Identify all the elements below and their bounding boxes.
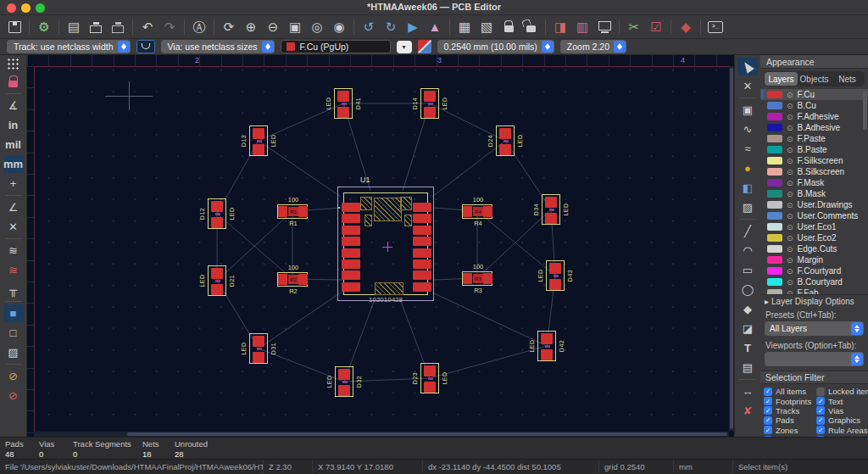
pad[interactable] [413, 248, 431, 258]
pad[interactable] [342, 203, 360, 212]
filter-zones[interactable]: ✓Zones [764, 426, 816, 435]
pad[interactable] [253, 144, 264, 155]
locked-items-display-button[interactable] [3, 73, 24, 91]
layer-row-b.mask[interactable]: ⊙B.Mask [760, 188, 868, 199]
add-text-button[interactable]: T [737, 339, 758, 357]
draw-circle-button[interactable]: ◯ [737, 281, 758, 298]
pad[interactable] [342, 248, 360, 258]
checkbox[interactable]: ✓ [764, 416, 772, 425]
visibility-eye-icon[interactable]: ⊙ [787, 179, 793, 187]
footprint-U1[interactable]: U1102010428 [337, 187, 434, 301]
pad[interactable] [549, 279, 561, 290]
chevron-down-icon[interactable]: ▾ [397, 41, 412, 53]
layer-row-user.comments[interactable]: ⊙User.Comments [760, 210, 868, 221]
layer-color-swatch[interactable] [767, 91, 782, 98]
layers-scrollbar[interactable] [863, 91, 867, 130]
layer-color-swatch[interactable] [767, 223, 782, 231]
checkbox[interactable]: ✓ [764, 426, 772, 434]
pad[interactable] [499, 128, 511, 139]
pad-opacity-button[interactable]: ⊘ [3, 367, 24, 385]
pad[interactable] [413, 237, 431, 246]
visibility-eye-icon[interactable]: ⊙ [787, 124, 793, 132]
footprint-library-button[interactable]: ▥ [572, 18, 593, 36]
visibility-eye-icon[interactable]: ⊙ [787, 289, 793, 295]
highlight-collisions-button[interactable]: ✕ [3, 218, 24, 236]
pad[interactable] [483, 206, 492, 217]
visibility-eye-icon[interactable]: ⊙ [787, 168, 793, 176]
filter-all-items[interactable]: ✓All items [764, 387, 816, 396]
filter-vias[interactable]: ✓Vias [816, 406, 868, 415]
pad[interactable] [424, 365, 436, 376]
pad[interactable] [424, 382, 436, 393]
add-via-button[interactable]: ● [737, 159, 758, 177]
visibility-eye-icon[interactable]: ⊙ [787, 91, 793, 99]
visibility-eye-icon[interactable]: ⊙ [787, 201, 793, 209]
layer-row-b.courtyard[interactable]: ⊙B.Courtyard [760, 276, 868, 287]
footprint-D34[interactable]: D34LED [542, 194, 560, 225]
checkbox[interactable]: ✓ [764, 406, 772, 415]
vertical-scrollbar[interactable] [729, 66, 734, 431]
cursor-shape-button[interactable]: + [3, 175, 24, 192]
polar-coordinates-button[interactable]: ∡ [3, 97, 24, 114]
pad[interactable] [545, 197, 557, 208]
filter-pads[interactable]: ✓Pads [764, 415, 816, 425]
hide-ratsnest-button[interactable]: ≋ [3, 261, 24, 279]
footprint-D42[interactable]: LEDD42 [537, 331, 556, 361]
show-ratsnest-button[interactable]: ≋ [3, 242, 24, 259]
net-names-display-button[interactable]: ╥ [3, 281, 24, 298]
pad[interactable] [413, 270, 431, 280]
layer-color-swatch[interactable] [767, 135, 782, 142]
pad[interactable] [211, 217, 223, 228]
delete-tool-button[interactable]: ✘ [737, 402, 758, 420]
footprint-D23[interactable]: D23LED [420, 363, 439, 393]
add-image-button[interactable]: ◪ [737, 320, 758, 337]
layer-display-options[interactable]: ▸ Layer Display Options [760, 294, 868, 308]
visibility-eye-icon[interactable]: ⊙ [787, 245, 793, 254]
visibility-eye-icon[interactable]: ⊙ [787, 267, 793, 276]
layer-color-swatch[interactable] [767, 201, 782, 209]
track-posture-icon[interactable] [136, 40, 155, 53]
checkbox[interactable]: ✓ [816, 426, 825, 434]
pad[interactable] [463, 206, 472, 217]
pad[interactable] [253, 352, 264, 363]
filter-locked-items[interactable]: ✓Locked items [816, 387, 868, 396]
refresh-view-button[interactable]: ⟳ [219, 18, 239, 36]
draw-line-button[interactable]: ╱ [737, 222, 758, 240]
checkbox[interactable]: ✓ [764, 397, 772, 405]
pad[interactable] [413, 259, 431, 269]
footprint-D13[interactable]: D13LED [249, 125, 268, 156]
undo-button[interactable]: ↶ [137, 18, 158, 36]
redo-button[interactable]: ↷ [159, 18, 180, 36]
mirror-button[interactable]: ▲ [425, 18, 445, 36]
layer-row-b.paste[interactable]: ⊙B.Paste [760, 144, 868, 155]
layer-row-b.silkscreen[interactable]: ⊙B.Silkscreen [760, 166, 868, 177]
plot-button[interactable] [108, 18, 128, 36]
pad[interactable] [541, 333, 553, 344]
route-tracks-button[interactable]: ∿ [737, 120, 758, 138]
pad[interactable] [424, 91, 436, 102]
layer-row-edge.cuts[interactable]: ⊙Edge.Cuts [760, 243, 868, 254]
active-layer-select[interactable]: F.Cu (PgUp) [281, 40, 391, 53]
layer-color-swatch[interactable] [767, 146, 782, 153]
visibility-eye-icon[interactable]: ⊙ [787, 135, 793, 143]
zoom-selection-button[interactable]: ◉ [329, 18, 349, 36]
units-mm-button[interactable]: mm [3, 155, 24, 173]
visibility-eye-icon[interactable]: ⊙ [787, 212, 793, 220]
footprint-D12[interactable]: D12LED [208, 198, 226, 229]
pad[interactable] [211, 201, 223, 212]
checkbox[interactable]: ✓ [764, 388, 772, 396]
layer-color-swatch[interactable] [767, 289, 782, 294]
units-inches-button[interactable]: in [3, 116, 24, 134]
update-pcb-from-schematic-button[interactable]: ✂ [624, 18, 644, 36]
rotate-cw-button[interactable]: ↻ [381, 18, 401, 36]
layer-row-f.cu[interactable]: ⊙F.Cu [760, 89, 868, 100]
board-setup-button[interactable]: ⚙ [34, 18, 54, 36]
add-rule-area-button[interactable]: ▨ [737, 198, 758, 216]
layer-row-f.mask[interactable]: ⊙F.Mask [760, 177, 868, 188]
page-settings-button[interactable]: ▤ [64, 18, 84, 36]
layer-row-f.fab[interactable]: ⊙F.Fab [760, 287, 868, 294]
filter-graphics[interactable]: ✓Graphics [816, 415, 868, 425]
ungroup-button[interactable]: ▧ [476, 18, 497, 36]
checkbox[interactable]: ✓ [816, 397, 825, 405]
tab-nets[interactable]: Nets [831, 72, 864, 86]
